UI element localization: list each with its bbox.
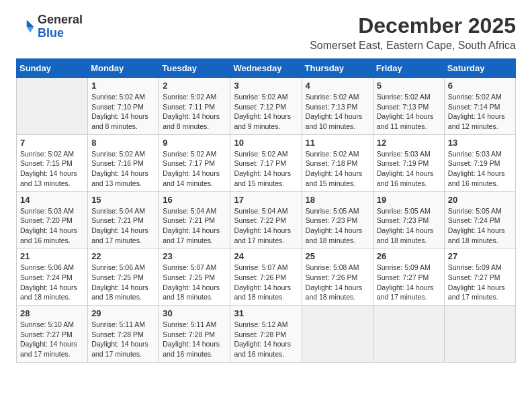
- calendar-cell: 7Sunrise: 5:02 AM Sunset: 7:15 PM Daylig…: [17, 134, 88, 191]
- calendar-cell: 10Sunrise: 5:02 AM Sunset: 7:17 PM Dayli…: [230, 134, 302, 191]
- day-info: Sunrise: 5:11 AM Sunset: 7:28 PM Dayligh…: [91, 320, 155, 359]
- calendar-cell: 29Sunrise: 5:11 AM Sunset: 7:28 PM Dayli…: [88, 306, 159, 363]
- day-info: Sunrise: 5:02 AM Sunset: 7:10 PM Dayligh…: [91, 92, 155, 132]
- svg-marker-0: [27, 19, 34, 27]
- day-number: 5: [377, 81, 441, 91]
- day-number: 16: [163, 195, 226, 205]
- day-info: Sunrise: 5:02 AM Sunset: 7:18 PM Dayligh…: [306, 149, 369, 189]
- calendar-cell: [444, 306, 515, 363]
- day-number: 4: [306, 81, 369, 91]
- day-info: Sunrise: 5:12 AM Sunset: 7:28 PM Dayligh…: [234, 320, 298, 359]
- subtitle: Somerset East, Eastern Cape, South Afric…: [310, 40, 516, 52]
- day-number: 3: [234, 81, 298, 91]
- calendar-cell: 2Sunrise: 5:02 AM Sunset: 7:11 PM Daylig…: [159, 78, 230, 135]
- day-number: 21: [20, 251, 84, 261]
- calendar-week-row: 1Sunrise: 5:02 AM Sunset: 7:10 PM Daylig…: [17, 78, 516, 135]
- day-info: Sunrise: 5:04 AM Sunset: 7:21 PM Dayligh…: [163, 206, 226, 246]
- calendar-body: 1Sunrise: 5:02 AM Sunset: 7:10 PM Daylig…: [17, 78, 516, 363]
- day-info: Sunrise: 5:11 AM Sunset: 7:28 PM Dayligh…: [163, 320, 226, 359]
- calendar-cell: 16Sunrise: 5:04 AM Sunset: 7:21 PM Dayli…: [159, 191, 230, 248]
- calendar-cell: 20Sunrise: 5:05 AM Sunset: 7:24 PM Dayli…: [444, 191, 515, 248]
- day-info: Sunrise: 5:03 AM Sunset: 7:19 PM Dayligh…: [377, 149, 441, 189]
- day-info: Sunrise: 5:03 AM Sunset: 7:20 PM Dayligh…: [20, 206, 84, 246]
- page-header: General Blue December 2025 Somerset East…: [16, 13, 516, 52]
- calendar-cell: 8Sunrise: 5:02 AM Sunset: 7:16 PM Daylig…: [88, 134, 159, 191]
- day-number: 22: [91, 251, 155, 261]
- day-info: Sunrise: 5:04 AM Sunset: 7:21 PM Dayligh…: [91, 206, 155, 246]
- day-info: Sunrise: 5:02 AM Sunset: 7:14 PM Dayligh…: [448, 92, 512, 132]
- day-number: 7: [20, 138, 84, 148]
- calendar-header-row: SundayMondayTuesdayWednesdayThursdayFrid…: [17, 59, 516, 78]
- day-info: Sunrise: 5:02 AM Sunset: 7:17 PM Dayligh…: [234, 149, 298, 189]
- day-number: 17: [234, 195, 298, 205]
- day-number: 15: [91, 195, 155, 205]
- day-number: 2: [163, 81, 226, 91]
- calendar-day-header: Saturday: [444, 59, 515, 78]
- day-number: 19: [377, 195, 441, 205]
- calendar-day-header: Monday: [88, 59, 159, 78]
- calendar-day-header: Tuesday: [159, 59, 230, 78]
- day-number: 20: [448, 195, 512, 205]
- day-info: Sunrise: 5:09 AM Sunset: 7:27 PM Dayligh…: [377, 263, 441, 302]
- calendar-cell: 13Sunrise: 5:03 AM Sunset: 7:19 PM Dayli…: [444, 134, 515, 191]
- calendar-cell: 24Sunrise: 5:07 AM Sunset: 7:26 PM Dayli…: [230, 248, 302, 306]
- day-info: Sunrise: 5:08 AM Sunset: 7:26 PM Dayligh…: [306, 263, 369, 302]
- calendar-cell: 23Sunrise: 5:07 AM Sunset: 7:25 PM Dayli…: [159, 248, 230, 306]
- day-number: 31: [234, 308, 298, 318]
- day-info: Sunrise: 5:05 AM Sunset: 7:24 PM Dayligh…: [448, 206, 512, 246]
- calendar-cell: 25Sunrise: 5:08 AM Sunset: 7:26 PM Dayli…: [302, 248, 373, 306]
- day-info: Sunrise: 5:02 AM Sunset: 7:12 PM Dayligh…: [234, 92, 298, 132]
- calendar-cell: 27Sunrise: 5:09 AM Sunset: 7:27 PM Dayli…: [444, 248, 515, 306]
- calendar-cell: [302, 306, 373, 363]
- day-number: 24: [234, 251, 298, 261]
- day-number: 11: [306, 138, 369, 148]
- calendar-cell: 18Sunrise: 5:05 AM Sunset: 7:23 PM Dayli…: [302, 191, 373, 248]
- calendar-cell: 22Sunrise: 5:06 AM Sunset: 7:25 PM Dayli…: [88, 248, 159, 306]
- logo-text: General Blue: [38, 13, 83, 40]
- calendar-day-header: Wednesday: [230, 59, 302, 78]
- day-info: Sunrise: 5:04 AM Sunset: 7:22 PM Dayligh…: [234, 206, 298, 246]
- calendar-cell: 4Sunrise: 5:02 AM Sunset: 7:13 PM Daylig…: [302, 78, 373, 135]
- calendar-day-header: Friday: [373, 59, 444, 78]
- calendar-cell: 1Sunrise: 5:02 AM Sunset: 7:10 PM Daylig…: [88, 78, 159, 135]
- day-number: 18: [306, 195, 369, 205]
- day-info: Sunrise: 5:10 AM Sunset: 7:27 PM Dayligh…: [20, 320, 84, 359]
- day-number: 14: [20, 195, 84, 205]
- day-info: Sunrise: 5:05 AM Sunset: 7:23 PM Dayligh…: [306, 206, 369, 246]
- calendar-cell: 9Sunrise: 5:02 AM Sunset: 7:17 PM Daylig…: [159, 134, 230, 191]
- day-info: Sunrise: 5:02 AM Sunset: 7:13 PM Dayligh…: [377, 92, 441, 132]
- day-number: 28: [20, 308, 84, 318]
- calendar-week-row: 28Sunrise: 5:10 AM Sunset: 7:27 PM Dayli…: [17, 306, 516, 363]
- calendar-cell: 11Sunrise: 5:02 AM Sunset: 7:18 PM Dayli…: [302, 134, 373, 191]
- calendar-table: SundayMondayTuesdayWednesdayThursdayFrid…: [16, 58, 516, 363]
- day-info: Sunrise: 5:07 AM Sunset: 7:25 PM Dayligh…: [163, 263, 226, 302]
- calendar-cell: 30Sunrise: 5:11 AM Sunset: 7:28 PM Dayli…: [159, 306, 230, 363]
- day-number: 26: [377, 251, 441, 261]
- calendar-cell: 12Sunrise: 5:03 AM Sunset: 7:19 PM Dayli…: [373, 134, 444, 191]
- title-block: December 2025 Somerset East, Eastern Cap…: [310, 13, 516, 52]
- day-info: Sunrise: 5:02 AM Sunset: 7:13 PM Dayligh…: [306, 92, 369, 132]
- calendar-day-header: Thursday: [302, 59, 373, 78]
- day-info: Sunrise: 5:07 AM Sunset: 7:26 PM Dayligh…: [234, 263, 298, 302]
- day-number: 27: [448, 251, 512, 261]
- calendar-cell: 28Sunrise: 5:10 AM Sunset: 7:27 PM Dayli…: [17, 306, 88, 363]
- calendar-cell: 17Sunrise: 5:04 AM Sunset: 7:22 PM Dayli…: [230, 191, 302, 248]
- day-number: 6: [448, 81, 512, 91]
- calendar-cell: [373, 306, 444, 363]
- calendar-cell: 15Sunrise: 5:04 AM Sunset: 7:21 PM Dayli…: [88, 191, 159, 248]
- calendar-cell: 3Sunrise: 5:02 AM Sunset: 7:12 PM Daylig…: [230, 78, 302, 135]
- calendar-cell: [17, 78, 88, 135]
- calendar-day-header: Sunday: [17, 59, 88, 78]
- calendar-cell: 26Sunrise: 5:09 AM Sunset: 7:27 PM Dayli…: [373, 248, 444, 306]
- day-number: 25: [306, 251, 369, 261]
- calendar-week-row: 7Sunrise: 5:02 AM Sunset: 7:15 PM Daylig…: [17, 134, 516, 191]
- day-number: 9: [163, 138, 226, 148]
- day-info: Sunrise: 5:02 AM Sunset: 7:15 PM Dayligh…: [20, 149, 84, 189]
- calendar-cell: 21Sunrise: 5:06 AM Sunset: 7:24 PM Dayli…: [17, 248, 88, 306]
- day-info: Sunrise: 5:09 AM Sunset: 7:27 PM Dayligh…: [448, 263, 512, 302]
- day-number: 8: [91, 138, 155, 148]
- logo-icon: [16, 17, 35, 36]
- calendar-cell: 19Sunrise: 5:05 AM Sunset: 7:23 PM Dayli…: [373, 191, 444, 248]
- day-number: 13: [448, 138, 512, 148]
- calendar-cell: 14Sunrise: 5:03 AM Sunset: 7:20 PM Dayli…: [17, 191, 88, 248]
